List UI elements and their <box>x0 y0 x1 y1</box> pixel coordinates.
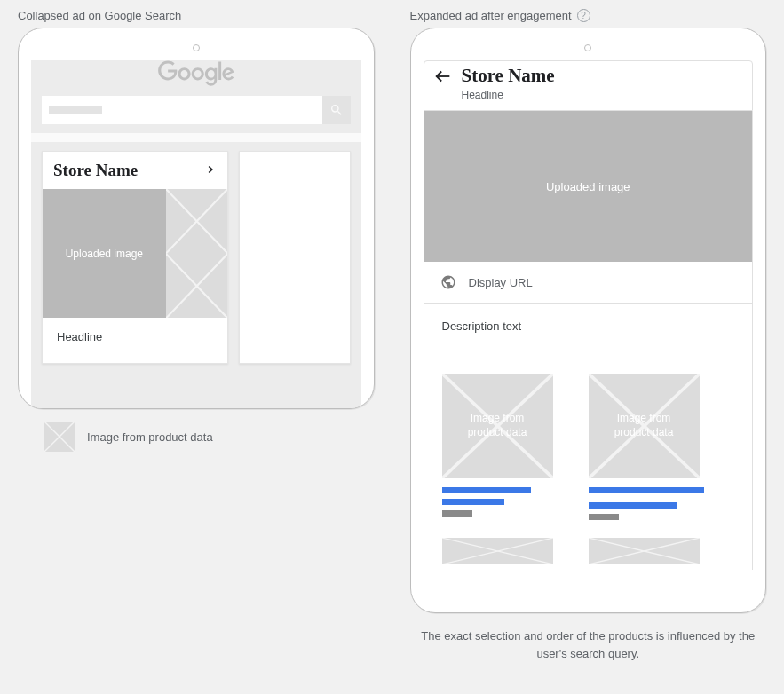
placeholder-bar <box>589 487 704 493</box>
help-icon[interactable]: ? <box>577 9 590 22</box>
placeholder-bar <box>442 487 531 493</box>
search-icon <box>329 103 344 117</box>
back-arrow-icon[interactable] <box>433 65 453 91</box>
collapsed-ad-card[interactable]: Store Name Uploaded image <box>42 151 228 364</box>
product-tile[interactable]: Image from product data <box>442 374 553 520</box>
product-tile[interactable] <box>589 538 700 564</box>
legend: Image from product data <box>18 422 375 452</box>
expanded-store-name: Store Name <box>462 65 555 87</box>
legend-swatch <box>44 422 75 452</box>
product-image-label: Image from product data <box>589 412 700 439</box>
footnote: The exact selection and order of the pro… <box>410 627 767 662</box>
collapsed-panel-title: Collapsed ad on Google Search <box>18 9 375 22</box>
globe-icon <box>440 274 456 290</box>
placeholder-bar <box>442 510 472 517</box>
product-image-label: Image from product data <box>442 412 553 439</box>
collapsed-store-name: Store Name <box>53 161 138 180</box>
chevron-right-icon <box>204 161 217 180</box>
expanded-headline: Headline <box>462 89 555 101</box>
search-button[interactable] <box>322 96 351 124</box>
product-thumb <box>166 254 227 319</box>
expanded-device-frame: Store Name Headline Uploaded image Displ… <box>410 28 767 613</box>
display-url: Display URL <box>469 276 533 289</box>
placeholder-bar <box>589 514 619 520</box>
product-tile[interactable]: Image from product data <box>589 374 700 520</box>
search-bar <box>31 96 361 133</box>
collapsed-device-frame: Store Name Uploaded image <box>18 28 375 409</box>
google-logo <box>158 60 234 87</box>
camera-dot <box>193 44 200 51</box>
collapsed-headline: Headline <box>43 318 227 363</box>
placeholder-bar <box>442 499 504 505</box>
legend-label: Image from product data <box>87 430 213 444</box>
camera-dot <box>584 44 591 51</box>
expanded-uploaded-image: Uploaded image <box>424 111 754 262</box>
serp-card-placeholder <box>239 151 351 364</box>
product-thumb <box>166 189 227 254</box>
product-tile[interactable] <box>442 538 553 564</box>
search-input[interactable] <box>42 96 322 124</box>
collapsed-uploaded-image: Uploaded image <box>43 189 166 318</box>
placeholder-bar <box>589 502 677 509</box>
description-text: Description text <box>442 319 735 333</box>
expanded-panel-title: Expanded ad after engagement <box>410 9 572 22</box>
